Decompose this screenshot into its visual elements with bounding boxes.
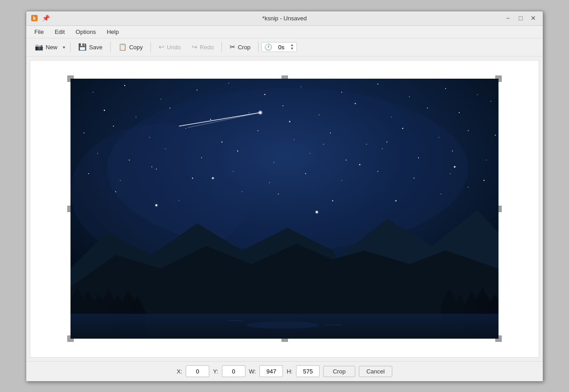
crop-apply-button[interactable]: Crop [323, 366, 355, 377]
svg-point-64 [450, 173, 451, 174]
svg-point-7 [160, 99, 161, 99]
titlebar: k 📌 *ksnip - Unsaved − □ ✕ [26, 11, 543, 26]
timer-arrows: ▲ ▼ [290, 43, 294, 51]
svg-point-27 [459, 112, 460, 113]
svg-point-31 [149, 137, 150, 137]
close-button[interactable]: ✕ [527, 13, 539, 23]
timer-input[interactable] [274, 44, 288, 51]
menu-options[interactable]: Options [71, 27, 100, 37]
svg-point-24 [355, 103, 356, 104]
pin-icon: 📌 [42, 14, 50, 22]
svg-point-52 [452, 151, 453, 151]
svg-point-16 [477, 94, 477, 94]
svg-point-47 [273, 162, 274, 163]
main-window: k 📌 *ksnip - Unsaved − □ ✕ File Edit Opt… [26, 11, 543, 382]
copy-button[interactable]: 📋 Copy [113, 41, 148, 53]
timer-down-arrow[interactable]: ▼ [290, 47, 294, 51]
svg-point-9 [228, 83, 229, 84]
separator-4 [221, 42, 222, 52]
svg-point-28 [490, 101, 491, 102]
y-label: Y: [213, 368, 218, 375]
h-input[interactable] [296, 365, 320, 377]
svg-point-75 [151, 166, 152, 167]
svg-point-12 [341, 92, 342, 93]
w-label: W: [249, 368, 256, 375]
svg-point-69 [359, 164, 361, 165]
save-button[interactable]: 💾 Save [73, 41, 108, 53]
window-title: *ksnip - Unsaved [26, 15, 543, 22]
svg-point-94 [258, 110, 263, 115]
svg-point-53 [486, 160, 486, 160]
y-input[interactable] [222, 365, 245, 377]
separator-5 [258, 42, 259, 52]
svg-point-14 [409, 96, 410, 97]
svg-point-74 [323, 144, 324, 145]
copy-label: Copy [129, 44, 143, 51]
separator-1 [70, 42, 71, 52]
copy-icon: 📋 [118, 43, 127, 51]
svg-point-71 [454, 166, 456, 168]
svg-point-23 [319, 114, 320, 115]
svg-point-5 [93, 92, 94, 93]
svg-point-19 [169, 108, 170, 109]
svg-point-40 [468, 130, 469, 131]
svg-point-6 [124, 85, 125, 86]
svg-point-51 [418, 157, 419, 158]
svg-point-29 [84, 132, 85, 133]
menu-file[interactable]: File [30, 27, 48, 37]
cancel-button[interactable]: Cancel [359, 366, 392, 377]
svg-point-96 [247, 321, 319, 329]
svg-point-63 [414, 178, 414, 179]
svg-point-44 [165, 148, 165, 149]
x-label: X: [177, 368, 182, 375]
svg-point-83 [468, 187, 469, 188]
undo-icon: ↩ [159, 43, 165, 51]
redo-icon: ↪ [192, 43, 198, 51]
app-logo: k [30, 14, 39, 23]
svg-point-36 [330, 132, 331, 133]
svg-point-78 [441, 194, 442, 194]
svg-point-73 [289, 121, 291, 123]
save-label: Save [89, 44, 103, 51]
svg-point-35 [294, 139, 294, 140]
new-button[interactable]: 📷 New [30, 41, 60, 53]
svg-point-57 [192, 178, 193, 179]
svg-point-58 [233, 171, 233, 171]
svg-point-76 [242, 191, 242, 192]
starry-sky-image [71, 79, 498, 339]
svg-point-33 [221, 142, 222, 142]
menu-help[interactable]: Help [102, 27, 123, 37]
svg-point-26 [427, 108, 428, 109]
svg-point-70 [395, 200, 396, 201]
svg-point-90 [212, 177, 214, 179]
svg-point-55 [120, 180, 121, 181]
svg-point-60 [305, 173, 306, 174]
svg-point-42 [97, 153, 98, 154]
toolbar: 📷 New ▾ 💾 Save 📋 Copy ↩ Undo ↪ Redo [26, 38, 543, 57]
menu-edit[interactable]: Edit [50, 27, 69, 37]
timer-control: 🕐 ▲ ▼ [261, 42, 297, 52]
svg-point-79 [115, 191, 116, 192]
redo-button[interactable]: ↪ Redo [187, 41, 219, 53]
svg-point-38 [402, 128, 404, 129]
undo-button[interactable]: ↩ Undo [154, 41, 186, 53]
svg-point-4 [71, 124, 251, 260]
minimize-button[interactable]: − [502, 13, 514, 23]
svg-point-46 [237, 151, 238, 151]
crop-toolbar-button[interactable]: ✂ Crop [225, 41, 255, 53]
window-controls: − □ ✕ [502, 13, 539, 23]
statusbar: X: Y: W: H: Crop Cancel [26, 361, 543, 381]
svg-text:k: k [33, 15, 36, 21]
svg-point-41 [495, 135, 496, 136]
svg-point-30 [113, 126, 114, 127]
svg-point-45 [201, 157, 202, 158]
restore-button[interactable]: □ [515, 13, 527, 23]
svg-point-21 [249, 112, 249, 113]
svg-point-81 [278, 194, 279, 194]
svg-point-10 [264, 94, 266, 95]
image-container [71, 79, 498, 339]
x-input[interactable] [186, 365, 209, 377]
w-input[interactable] [259, 365, 283, 377]
crop-icon: ✂ [230, 43, 235, 51]
new-dropdown-arrow[interactable]: ▾ [61, 43, 67, 52]
